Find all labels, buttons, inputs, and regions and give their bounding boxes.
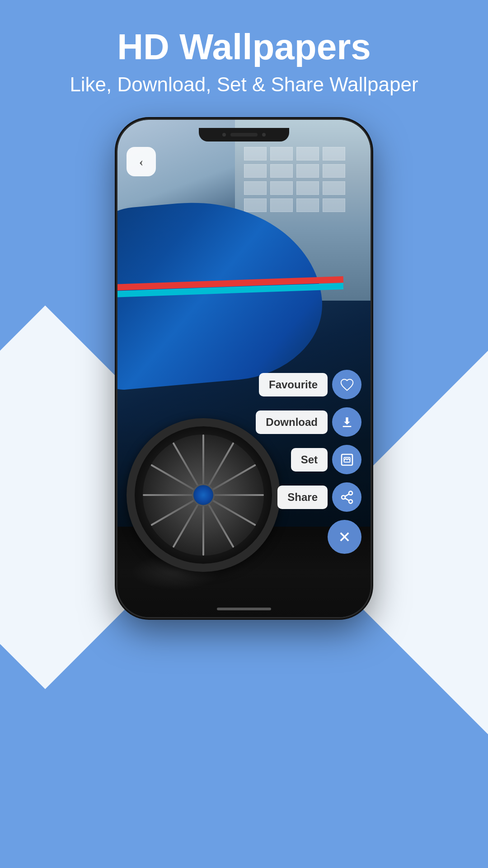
heart-icon	[340, 377, 354, 392]
download-icon-button[interactable]	[332, 407, 361, 437]
phone-notch	[199, 128, 289, 142]
svg-line-6	[345, 494, 349, 496]
set-icon-button[interactable]	[332, 445, 361, 474]
phone-device: ‹ Favourite Download	[117, 120, 371, 617]
share-icon	[340, 490, 354, 505]
download-button[interactable]: Download	[256, 410, 328, 434]
window-pane	[244, 147, 267, 160]
phone-screen: ‹ Favourite Download	[117, 120, 371, 617]
back-icon: ‹	[139, 155, 143, 169]
svg-point-3	[342, 495, 345, 499]
share-button[interactable]: Share	[277, 486, 328, 509]
share-row: Share	[256, 482, 361, 512]
window-row	[244, 147, 361, 160]
close-icon	[337, 529, 352, 545]
favourite-row: Favourite	[256, 370, 361, 399]
phone-home-bar	[217, 608, 271, 610]
share-icon-button[interactable]	[332, 482, 361, 512]
favourite-icon-button[interactable]	[332, 370, 361, 399]
svg-point-4	[349, 500, 352, 503]
phone-mockup: ‹ Favourite Download	[0, 120, 488, 617]
back-button[interactable]: ‹	[127, 147, 156, 176]
window-pane	[270, 147, 293, 160]
notch-speaker	[230, 133, 258, 137]
notch-sensor	[262, 133, 266, 137]
app-title: HD Wallpapers	[0, 27, 488, 67]
action-panel: Favourite Download	[256, 370, 361, 554]
header: HD Wallpapers Like, Download, Set & Shar…	[0, 0, 488, 111]
window-pane	[296, 147, 319, 160]
set-row: Set	[256, 445, 361, 474]
wheel-center-cap	[192, 484, 215, 506]
notch-camera	[222, 133, 226, 137]
close-button[interactable]	[328, 520, 361, 554]
set-button[interactable]: Set	[291, 448, 328, 472]
download-row: Download	[256, 407, 361, 437]
svg-point-2	[349, 491, 352, 495]
app-subtitle: Like, Download, Set & Share Wallpaper	[0, 71, 488, 97]
download-icon	[340, 415, 354, 429]
favourite-button[interactable]: Favourite	[259, 373, 328, 396]
set-wallpaper-icon	[340, 453, 354, 467]
svg-line-5	[345, 498, 349, 500]
window-pane	[323, 147, 345, 160]
close-row	[256, 520, 361, 554]
